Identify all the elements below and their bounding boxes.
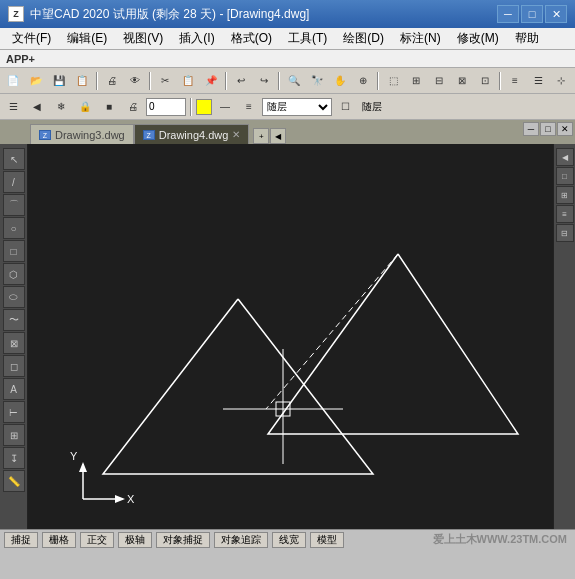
lt-text[interactable]: A — [3, 378, 25, 400]
ortho-btn[interactable]: 正交 — [80, 532, 114, 548]
tab-drawing4-icon: Z — [143, 130, 155, 140]
tb-pan[interactable]: ✋ — [329, 70, 351, 92]
linetype-combo[interactable]: 随层 — [262, 98, 332, 116]
lock-btn[interactable]: 🔒 — [74, 96, 96, 118]
dwg-maximize-btn[interactable]: □ — [540, 122, 556, 136]
tb-grid5[interactable]: ⊡ — [474, 70, 496, 92]
rt-btn-4[interactable]: ≡ — [556, 205, 574, 223]
lineweight-btn[interactable]: 线宽 — [272, 532, 306, 548]
tb-grid3[interactable]: ⊟ — [428, 70, 450, 92]
app-plus-bar[interactable]: APP+ — [0, 50, 575, 68]
linetype-icon[interactable]: — — [214, 96, 236, 118]
lt-cursor[interactable]: ↖ — [3, 148, 25, 170]
menu-view[interactable]: 视图(V) — [115, 28, 171, 49]
tb-grid1[interactable]: ⬚ — [382, 70, 404, 92]
lt-ellipse[interactable]: ⬭ — [3, 286, 25, 308]
tb-save[interactable]: 💾 — [48, 70, 70, 92]
cad-drawing: Y X — [28, 144, 553, 529]
maximize-button[interactable]: □ — [521, 5, 543, 23]
menu-modify[interactable]: 修改(M) — [449, 28, 507, 49]
menu-tools[interactable]: 工具(T) — [280, 28, 335, 49]
tb-grid2[interactable]: ⊞ — [405, 70, 427, 92]
lt-region[interactable]: ◻ — [3, 355, 25, 377]
tb-extra3[interactable]: ⊹ — [550, 70, 572, 92]
tb-copy[interactable]: 📋 — [177, 70, 199, 92]
lt-arc[interactable]: ⌒ — [3, 194, 25, 216]
tab-drawing3[interactable]: Z Drawing3.dwg — [30, 124, 134, 144]
tb-saveas[interactable]: 📋 — [71, 70, 93, 92]
tb-zoom-prev[interactable]: 🔭 — [306, 70, 328, 92]
rt-btn-5[interactable]: ⊟ — [556, 224, 574, 242]
lt-hatch[interactable]: ⊠ — [3, 332, 25, 354]
lt-block[interactable]: ⊞ — [3, 424, 25, 446]
tab-drawing4-label: Drawing4.dwg — [159, 129, 229, 141]
menu-help[interactable]: 帮助 — [507, 28, 547, 49]
lineweight-icon[interactable]: ≡ — [238, 96, 260, 118]
menu-format[interactable]: 格式(O) — [223, 28, 280, 49]
tb-open[interactable]: 📂 — [25, 70, 47, 92]
tb-print[interactable]: 🖨 — [101, 70, 123, 92]
grid-btn[interactable]: 栅格 — [42, 532, 76, 548]
tab-drawing4-close[interactable]: ✕ — [232, 129, 240, 140]
menu-annotate[interactable]: 标注(N) — [392, 28, 449, 49]
lt-circle[interactable]: ○ — [3, 217, 25, 239]
dwg-close-btn[interactable]: ✕ — [557, 122, 573, 136]
watermark-text: 爱上土木WWW.23TM.COM — [433, 532, 567, 547]
layer-prev-btn[interactable]: ◀ — [26, 96, 48, 118]
tab-drawing4[interactable]: Z Drawing4.dwg ✕ — [134, 124, 250, 144]
otrack-btn[interactable]: 对象追踪 — [214, 532, 268, 548]
lt-measure[interactable]: 📏 — [3, 470, 25, 492]
model-btn[interactable]: 模型 — [310, 532, 344, 548]
rt-btn-3[interactable]: ⊞ — [556, 186, 574, 204]
lt-insert[interactable]: ↧ — [3, 447, 25, 469]
minimize-button[interactable]: ─ — [497, 5, 519, 23]
polar-btn[interactable]: 极轴 — [118, 532, 152, 548]
tb-paste[interactable]: 📌 — [200, 70, 222, 92]
tb-zoom-all[interactable]: ⊕ — [352, 70, 374, 92]
title-controls: ─ □ ✕ — [497, 5, 567, 23]
tab-add-btn[interactable]: + — [253, 128, 269, 144]
rt-btn-2[interactable]: □ — [556, 167, 574, 185]
lt-poly[interactable]: ⬡ — [3, 263, 25, 285]
checkbox-btn[interactable]: ☐ — [334, 96, 356, 118]
lt-line[interactable]: / — [3, 171, 25, 193]
menu-draw[interactable]: 绘图(D) — [335, 28, 392, 49]
tb-undo[interactable]: ↩ — [230, 70, 252, 92]
close-button[interactable]: ✕ — [545, 5, 567, 23]
layer-input[interactable] — [146, 98, 186, 116]
tb-extra1[interactable]: ≡ — [504, 70, 526, 92]
canvas-area[interactable]: Y X — [28, 144, 553, 529]
print-layer-btn[interactable]: 🖨 — [122, 96, 144, 118]
menu-edit[interactable]: 编辑(E) — [59, 28, 115, 49]
menu-insert[interactable]: 插入(I) — [171, 28, 222, 49]
rt-btn-1[interactable]: ◀ — [556, 148, 574, 166]
menu-bar: 文件(F) 编辑(E) 视图(V) 插入(I) 格式(O) 工具(T) 绘图(D… — [0, 28, 575, 50]
osnap-btn[interactable]: 对象捕捉 — [156, 532, 210, 548]
lt-rect[interactable]: □ — [3, 240, 25, 262]
snap-btn[interactable]: 捕捉 — [4, 532, 38, 548]
lt-dim[interactable]: ⊢ — [3, 401, 25, 423]
tb-zoom-window[interactable]: 🔍 — [283, 70, 305, 92]
tb-redo[interactable]: ↪ — [253, 70, 275, 92]
lt-spline[interactable]: 〜 — [3, 309, 25, 331]
tb-cut[interactable]: ✂ — [154, 70, 176, 92]
app-icon: Z — [8, 6, 24, 22]
title-bar: Z 中望CAD 2020 试用版 (剩余 28 天) - [Drawing4.d… — [0, 0, 575, 28]
tb-sep-layer — [190, 98, 192, 116]
color-swatch[interactable] — [196, 99, 212, 115]
layer-manager-btn[interactable]: ☰ — [2, 96, 24, 118]
tb-grid4[interactable]: ⊠ — [451, 70, 473, 92]
freeze-btn[interactable]: ❄ — [50, 96, 72, 118]
svg-text:X: X — [127, 493, 135, 505]
color-btn[interactable]: ■ — [98, 96, 120, 118]
layer-row: ☰ ◀ ❄ 🔒 ■ 🖨 — ≡ 随层 ☐ 随层 — [0, 94, 575, 120]
tab-nav-btn[interactable]: ◀ — [270, 128, 286, 144]
tb-preview[interactable]: 👁 — [124, 70, 146, 92]
tb-sep-6 — [499, 72, 501, 90]
toolbar-row-1: 📄 📂 💾 📋 🖨 👁 ✂ 📋 📌 ↩ ↪ 🔍 🔭 ✋ ⊕ ⬚ ⊞ ⊟ ⊠ ⊡ … — [0, 68, 575, 94]
menu-file[interactable]: 文件(F) — [4, 28, 59, 49]
tb-extra2[interactable]: ☰ — [527, 70, 549, 92]
dwg-minimize-btn[interactable]: ─ — [523, 122, 539, 136]
tb-new[interactable]: 📄 — [2, 70, 24, 92]
tb-sep-5 — [377, 72, 379, 90]
